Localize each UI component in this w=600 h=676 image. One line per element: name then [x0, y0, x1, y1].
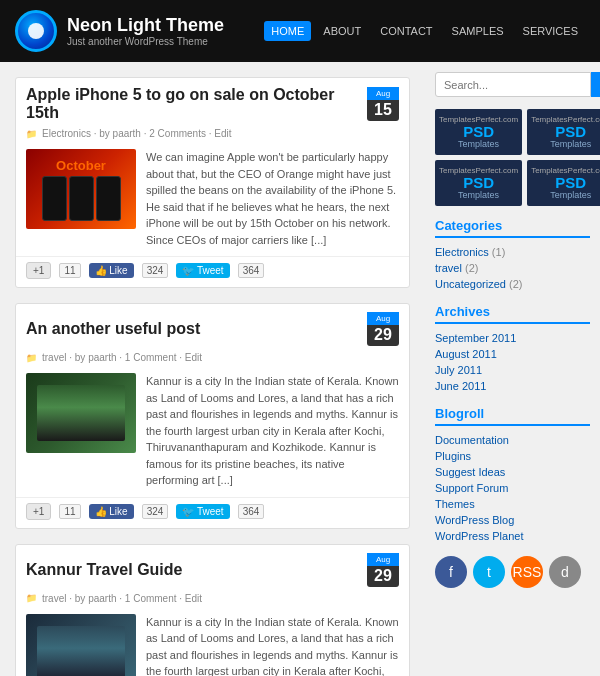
post-1-date: Aug 15 [367, 87, 399, 121]
blogroll-section: Blogroll Documentation Plugins Suggest I… [435, 406, 590, 544]
search-input[interactable] [435, 72, 591, 97]
blogroll-suggest: Suggest Ideas [435, 464, 590, 480]
ad-tile-2[interactable]: TemplatesPerfect.com PSD Templates [527, 109, 600, 155]
post-3-thumb [26, 614, 136, 677]
nav-contact[interactable]: CONTACT [373, 21, 439, 41]
ad-templ-4: Templates [550, 190, 591, 200]
archive-aug-link[interactable]: August 2011 [435, 348, 497, 360]
post-1-meta-text: Electronics · by paarth · 2 Comments · E… [42, 128, 232, 139]
site-tagline: Just another WordPress Theme [67, 36, 224, 47]
post-3: Kannur Travel Guide Aug 29 📁 travel · by… [15, 544, 410, 677]
blogroll-forum-link[interactable]: Support Forum [435, 482, 508, 494]
october-text: October [42, 158, 121, 173]
ad-templ-1: Templates [458, 139, 499, 149]
archive-sep-link[interactable]: September 2011 [435, 332, 516, 344]
like-count-1: 324 [142, 263, 169, 278]
blogroll-suggest-link[interactable]: Suggest Ideas [435, 466, 505, 478]
tweet-count-2: 364 [238, 504, 265, 519]
post-2: An another useful post Aug 29 📁 travel ·… [15, 303, 410, 529]
iphone-images [42, 176, 121, 221]
post-3-body: Kannur is a city In the Indian state of … [16, 609, 409, 677]
post-1-body: October We can imagine Apple won't be pa… [16, 144, 409, 256]
archive-jul: July 2011 [435, 362, 590, 378]
archive-jul-link[interactable]: July 2011 [435, 364, 482, 376]
archives-title: Archives [435, 304, 590, 324]
iphone-img-3 [96, 176, 121, 221]
post-2-thumb [26, 373, 136, 453]
nav-about[interactable]: ABOUT [316, 21, 368, 41]
post-3-meta-text: travel · by paarth · 1 Comment · Edit [42, 593, 202, 604]
post-1-month: Aug [367, 87, 399, 100]
blogroll-wpblog: WordPress Blog [435, 512, 590, 528]
like-btn-1[interactable]: 👍 Like [89, 263, 134, 278]
post-1-title[interactable]: Apple iPhone 5 to go on sale on October … [26, 86, 367, 122]
search-button[interactable]: 🔍 [591, 72, 600, 97]
search-box: 🔍 [435, 72, 590, 97]
cat-travel-link[interactable]: travel (2) [435, 262, 478, 274]
blogroll-docs: Documentation [435, 432, 590, 448]
iphone-img-2 [69, 176, 94, 221]
post-2-actions: +1 11 👍 Like 324 🐦 Tweet 364 [16, 497, 409, 528]
category-electronics: Electronics (1) [435, 244, 590, 260]
blogroll-plugins: Plugins [435, 448, 590, 464]
digg-icon[interactable]: d [549, 556, 581, 588]
post-3-month: Aug [367, 553, 399, 566]
gplus-btn-2[interactable]: +1 [26, 503, 51, 520]
post-2-meta-text: travel · by paarth · 1 Comment · Edit [42, 352, 202, 363]
post-2-body: Kannur is a city In the Indian state of … [16, 368, 409, 497]
logo-inner [28, 23, 44, 39]
header: Neon Light Theme Just another WordPress … [0, 0, 600, 62]
post-2-text: Kannur is a city In the Indian state of … [146, 373, 399, 489]
sidebar: 🔍 TemplatesPerfect.com PSD Templates Tem… [425, 62, 600, 676]
nav-home[interactable]: HOME [264, 21, 311, 41]
blogroll-themes-link[interactable]: Themes [435, 498, 475, 510]
folder-icon-2: 📁 [26, 353, 37, 363]
rss-icon[interactable]: RSS [511, 556, 543, 588]
categories-list: Electronics (1) travel (2) Uncategorized… [435, 244, 590, 292]
logo-area: Neon Light Theme Just another WordPress … [15, 10, 224, 52]
nav-samples[interactable]: SAMPLES [445, 21, 511, 41]
twitter-icon[interactable]: t [473, 556, 505, 588]
post-2-title[interactable]: An another useful post [26, 320, 200, 338]
blogroll-docs-link[interactable]: Documentation [435, 434, 509, 446]
categories-title: Categories [435, 218, 590, 238]
ad-tile-3[interactable]: TemplatesPerfect.com PSD Templates [435, 160, 522, 206]
archive-jun-link[interactable]: June 2011 [435, 380, 486, 392]
like-btn-2[interactable]: 👍 Like [89, 504, 134, 519]
blogroll-plugins-link[interactable]: Plugins [435, 450, 471, 462]
archive-jun: June 2011 [435, 378, 590, 394]
cat-electronics-link[interactable]: Electronics (1) [435, 246, 505, 258]
ad-psd-4: PSD [555, 175, 586, 190]
facebook-icon[interactable]: f [435, 556, 467, 588]
post-3-date: Aug 29 [367, 553, 399, 587]
post-2-header: An another useful post Aug 29 [16, 304, 409, 350]
ad-templ-2: Templates [550, 139, 591, 149]
post-1-header: Apple iPhone 5 to go on sale on October … [16, 78, 409, 126]
main-nav: HOME ABOUT CONTACT SAMPLES SERVICES [264, 21, 585, 41]
post-1-thumb: October [26, 149, 136, 229]
post-1-day: 15 [374, 101, 392, 118]
main-wrapper: Apple iPhone 5 to go on sale on October … [0, 62, 600, 676]
tweet-btn-1[interactable]: 🐦 Tweet [176, 263, 229, 278]
archives-section: Archives September 2011 August 2011 July… [435, 304, 590, 394]
gplus-btn-1[interactable]: +1 [26, 262, 51, 279]
cat-uncategorized-link[interactable]: Uncategorized (2) [435, 278, 522, 290]
blogroll-themes: Themes [435, 496, 590, 512]
nav-services[interactable]: SERVICES [516, 21, 585, 41]
ad-grid: TemplatesPerfect.com PSD Templates Templ… [435, 109, 590, 206]
ad-tile-4[interactable]: TemplatesPerfect.com PSD Templates [527, 160, 600, 206]
ad-tile-1[interactable]: TemplatesPerfect.com PSD Templates [435, 109, 522, 155]
category-travel: travel (2) [435, 260, 590, 276]
post-1-text: We can imagine Apple won't be particular… [146, 149, 399, 248]
blogroll-wpplanet-link[interactable]: WordPress Planet [435, 530, 523, 542]
post-3-meta: 📁 travel · by paarth · 1 Comment · Edit [16, 591, 409, 609]
tweet-btn-2[interactable]: 🐦 Tweet [176, 504, 229, 519]
blogroll-wpblog-link[interactable]: WordPress Blog [435, 514, 514, 526]
tweet-count-1: 364 [238, 263, 265, 278]
post-3-title[interactable]: Kannur Travel Guide [26, 561, 182, 579]
blogroll-title: Blogroll [435, 406, 590, 426]
post-1: Apple iPhone 5 to go on sale on October … [15, 77, 410, 288]
blogroll-wpplanet: WordPress Planet [435, 528, 590, 544]
ad-psd-3: PSD [463, 175, 494, 190]
post-3-header: Kannur Travel Guide Aug 29 [16, 545, 409, 591]
